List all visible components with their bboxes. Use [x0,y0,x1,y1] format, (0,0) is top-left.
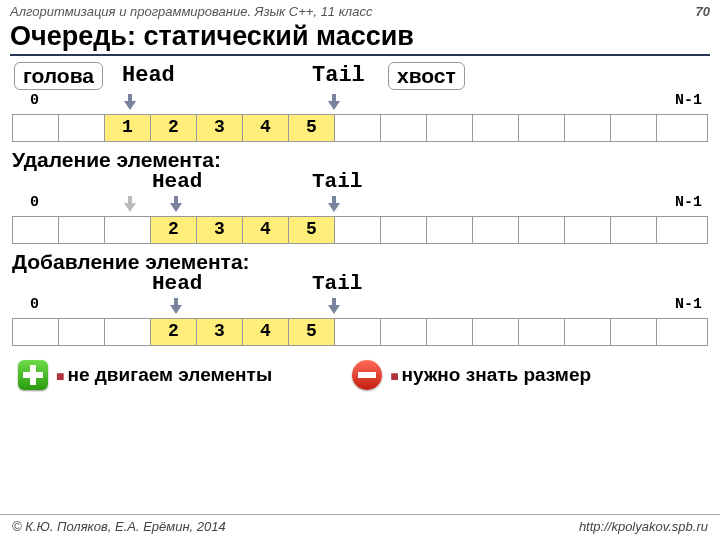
array-cell [473,115,519,141]
array-cell [381,217,427,243]
arrow-down-icon [328,94,340,110]
array-cell [565,217,611,243]
array-cell: 3 [197,115,243,141]
page-number: 70 [696,4,710,19]
arrow-down-icon [328,298,340,314]
array-cell [427,319,473,345]
pro-text: не двигаем элементы [67,364,272,385]
tail-label: Tail [312,63,365,88]
array-cell [13,115,59,141]
index-zero: 0 [30,92,39,109]
array-cell [519,319,565,345]
array-cell [13,217,59,243]
head-ru-label: голова [14,62,103,90]
head-label: Head [152,170,202,193]
arrow-down-icon [170,298,182,314]
array-cell [565,115,611,141]
array-cell [105,217,151,243]
head-label: Head [122,63,175,88]
footer-url: http://kpolyakov.spb.ru [579,519,708,534]
array-cell [611,319,657,345]
array-cell: 1 [105,115,151,141]
array-cell [565,319,611,345]
array-cell [381,319,427,345]
array-cell [335,115,381,141]
array-cell [105,319,151,345]
array-cell: 3 [197,319,243,345]
array-cell [335,319,381,345]
array-cell: 4 [243,217,289,243]
array-cell [657,115,703,141]
divider [10,54,710,56]
arrow-down-icon [170,196,182,212]
bullet-con: ■нужно знать размер [352,360,591,390]
array-1: 12345 [12,114,708,142]
array-cell: 3 [197,217,243,243]
array-cell [519,217,565,243]
array-cell [13,319,59,345]
index-n1: N-1 [675,296,702,313]
head-label: Head [152,272,202,295]
array-cell [611,115,657,141]
index-zero: 0 [30,194,39,211]
array-cell: 4 [243,319,289,345]
array-cell [427,217,473,243]
array-2: 2345 [12,216,708,244]
plus-icon [18,360,48,390]
array-cell [657,319,703,345]
bullet-pro: ■не двигаем элементы [18,360,272,390]
array-cell [427,115,473,141]
array-cell: 5 [289,217,335,243]
con-text: нужно знать размер [402,364,591,385]
tail-label: Tail [312,272,362,295]
array-cell: 2 [151,319,197,345]
array-cell: 2 [151,217,197,243]
array-cell [59,217,105,243]
slide-title: Очередь: статический массив [0,21,720,54]
array-cell: 4 [243,115,289,141]
index-n1: N-1 [675,92,702,109]
array-cell [335,217,381,243]
array-cell [59,115,105,141]
index-zero: 0 [30,296,39,313]
index-n1: N-1 [675,194,702,211]
array-cell [519,115,565,141]
array-cell [473,217,519,243]
array-cell: 5 [289,319,335,345]
array-cell [611,217,657,243]
course-label: Алгоритмизация и программирование. Язык … [10,4,372,19]
array-cell [473,319,519,345]
copyright: © К.Ю. Поляков, Е.А. Ерёмин, 2014 [12,519,226,534]
arrow-down-icon [124,196,136,212]
array-cell [657,217,703,243]
arrow-down-icon [328,196,340,212]
array-3: 2345 [12,318,708,346]
tail-ru-label: хвост [388,62,465,90]
arrow-down-icon [124,94,136,110]
section-delete: Удаление элемента: [12,148,708,172]
array-cell [381,115,427,141]
array-cell: 5 [289,115,335,141]
array-cell [59,319,105,345]
minus-icon [352,360,382,390]
section-add: Добавление элемента: [12,250,708,274]
array-cell: 2 [151,115,197,141]
tail-label: Tail [312,170,362,193]
